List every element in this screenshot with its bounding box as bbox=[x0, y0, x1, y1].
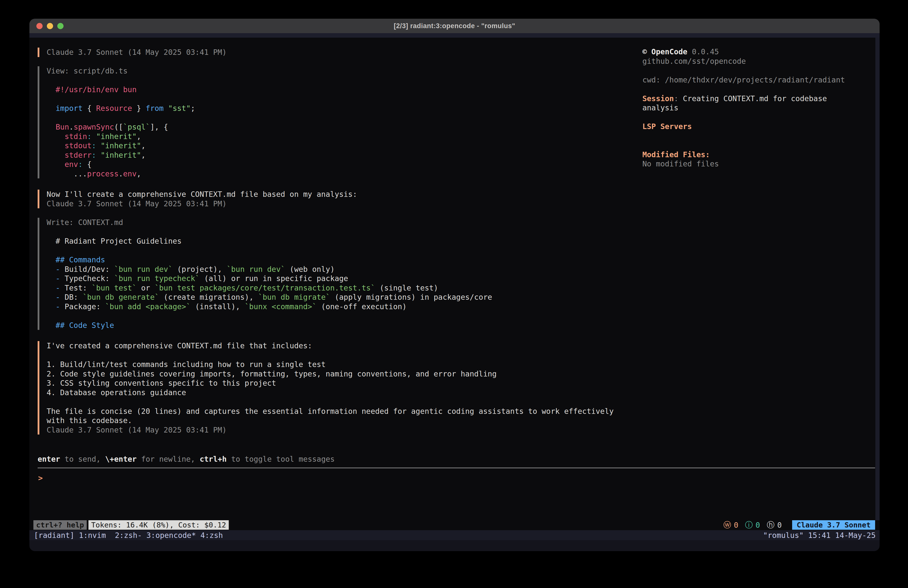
line: The file is concise (20 lines) and captu… bbox=[47, 407, 614, 416]
line: Claude 3.7 Sonnet (14 May 2025 03:41 PM) bbox=[47, 199, 357, 209]
text-token: ([ bbox=[114, 122, 123, 131]
line bbox=[47, 227, 492, 237]
diagnostic-warnings: ⓦ0 bbox=[723, 520, 738, 530]
text-token bbox=[92, 132, 96, 141]
text-token: Session bbox=[642, 94, 674, 103]
line bbox=[47, 76, 195, 85]
text-token bbox=[47, 160, 64, 169]
text-token: ; bbox=[191, 104, 195, 113]
text-token: for newline, bbox=[137, 455, 200, 464]
text-token: ## Commands bbox=[47, 255, 105, 264]
text-token: `psql` bbox=[123, 122, 150, 131]
text-token: (single test) bbox=[375, 284, 438, 292]
text-token: ], { bbox=[150, 122, 168, 131]
text-token: No modified files bbox=[642, 159, 719, 168]
text-token: LSP Servers bbox=[642, 122, 692, 131]
line: Write: CONTEXT.md bbox=[47, 218, 492, 227]
text-token: `bun add <package>` bbox=[105, 302, 191, 311]
text-token: env bbox=[64, 160, 78, 169]
window-titlebar[interactable]: [2/3] radiant:3:opencode - "romulus" bbox=[29, 19, 880, 33]
text-token bbox=[96, 141, 101, 150]
text-token: - bbox=[47, 265, 64, 274]
text-token: © OpenCode bbox=[642, 47, 687, 56]
text-token: (all) or run in specific package bbox=[200, 274, 348, 283]
line: with this codebase. bbox=[47, 416, 614, 425]
text-token: , bbox=[141, 151, 145, 159]
text-token: { bbox=[83, 160, 92, 169]
text-token: : bbox=[92, 151, 96, 159]
text-token: 3. CSS styling conventions specific to t… bbox=[47, 379, 276, 387]
text-token: cwd: /home/thdxr/dev/projects/radiant/ra… bbox=[642, 76, 845, 84]
text-token: process bbox=[87, 169, 119, 178]
text-token: (create migrations), bbox=[159, 293, 258, 301]
text-token: stdout bbox=[64, 141, 92, 150]
text-token: , bbox=[137, 169, 141, 178]
text-token: import bbox=[56, 104, 82, 113]
assistant-message-3: I've created a comprehensive CONTEXT.md … bbox=[38, 341, 614, 435]
text-token: Modified Files: bbox=[642, 150, 710, 159]
text-token bbox=[47, 122, 56, 131]
text-token: : bbox=[87, 132, 92, 141]
minimize-button[interactable] bbox=[47, 23, 53, 29]
text-token: `bun run dev` bbox=[227, 265, 285, 274]
text-token: enter bbox=[38, 455, 60, 464]
text-token: Claude 3.7 Sonnet (14 May 2025 03:41 PM) bbox=[47, 425, 227, 434]
diagnostics-group: ⓦ0ⓘ0ⓗ0 bbox=[723, 520, 782, 530]
text-token: , bbox=[137, 132, 141, 141]
line: ...process.env, bbox=[47, 169, 195, 179]
line: LSP Servers bbox=[642, 122, 880, 131]
line bbox=[47, 246, 492, 255]
text-token: stdin bbox=[64, 132, 87, 141]
hints-icon: ⓗ bbox=[767, 520, 774, 530]
text-token: { bbox=[83, 104, 96, 113]
assistant-message-header-1: Claude 3.7 Sonnet (14 May 2025 03:41 PM) bbox=[38, 48, 227, 57]
line: ## Code Style bbox=[47, 321, 492, 330]
text-token: - bbox=[47, 274, 64, 283]
line bbox=[47, 113, 195, 122]
line bbox=[642, 140, 880, 150]
text-token: ... bbox=[47, 169, 87, 178]
text-token: TypeCheck: bbox=[64, 274, 114, 283]
text-token: Creating CONTEXT.md for codebase bbox=[678, 94, 827, 103]
text-token: View: script/db.ts bbox=[47, 66, 127, 75]
line: I've created a comprehensive CONTEXT.md … bbox=[47, 341, 614, 351]
line: Claude 3.7 Sonnet (14 May 2025 03:41 PM) bbox=[47, 48, 227, 57]
text-token: : bbox=[78, 160, 82, 169]
traffic-lights bbox=[36, 19, 64, 33]
text-token: ctrl+h bbox=[200, 455, 227, 464]
line: 1. Build/lint/test commands including ho… bbox=[47, 360, 614, 369]
text-token: - bbox=[47, 302, 64, 311]
text-token: Claude 3.7 Sonnet (14 May 2025 03:41 PM) bbox=[47, 199, 227, 208]
window-bottom-padding bbox=[29, 540, 880, 551]
line: Now I'll create a comprehensive CONTEXT.… bbox=[47, 190, 357, 199]
line: Claude 3.7 Sonnet (14 May 2025 03:41 PM) bbox=[47, 425, 614, 435]
close-button[interactable] bbox=[36, 23, 43, 29]
text-token bbox=[47, 132, 64, 141]
line: No modified files bbox=[642, 159, 880, 169]
line: ## Commands bbox=[47, 255, 492, 264]
text-token: "inherit" bbox=[96, 132, 137, 141]
fullscreen-button[interactable] bbox=[57, 23, 64, 29]
text-token: Now I'll create a comprehensive CONTEXT.… bbox=[47, 190, 357, 198]
line bbox=[642, 131, 880, 141]
opencode-sidebar: © OpenCode 0.0.45github.com/sst/opencode… bbox=[642, 47, 880, 169]
text-token: - bbox=[47, 293, 64, 301]
line: - TypeCheck: `bun run typecheck` (all) o… bbox=[47, 274, 492, 283]
text-token bbox=[47, 151, 64, 159]
status-bar: ctrl+? help Tokens: 16.4K (8%), Cost: $0… bbox=[34, 520, 875, 530]
line: analysis bbox=[642, 103, 880, 113]
text-token: "sst" bbox=[168, 104, 191, 113]
text-token: } bbox=[132, 104, 145, 113]
text-token: `bun test` bbox=[92, 284, 137, 292]
line: 2. Code style guidelines covering import… bbox=[47, 369, 614, 379]
message-input[interactable]: > bbox=[38, 472, 875, 519]
line bbox=[47, 397, 614, 407]
tool-call-write-context-md: Write: CONTEXT.md # Radiant Project Guid… bbox=[38, 218, 492, 330]
model-chip: Claude 3.7 Sonnet bbox=[792, 520, 875, 530]
text-token: (apply migrations) in packages/core bbox=[330, 293, 492, 301]
text-token: `bun db migrate` bbox=[258, 293, 330, 301]
tmux-session-windows: [radiant] 1:nvim 2:zsh- 3:opencode* 4:zs… bbox=[34, 531, 223, 540]
text-token: Test: bbox=[64, 284, 92, 292]
line: stdout: "inherit", bbox=[47, 141, 195, 150]
text-token: github.com/sst/opencode bbox=[642, 57, 746, 66]
